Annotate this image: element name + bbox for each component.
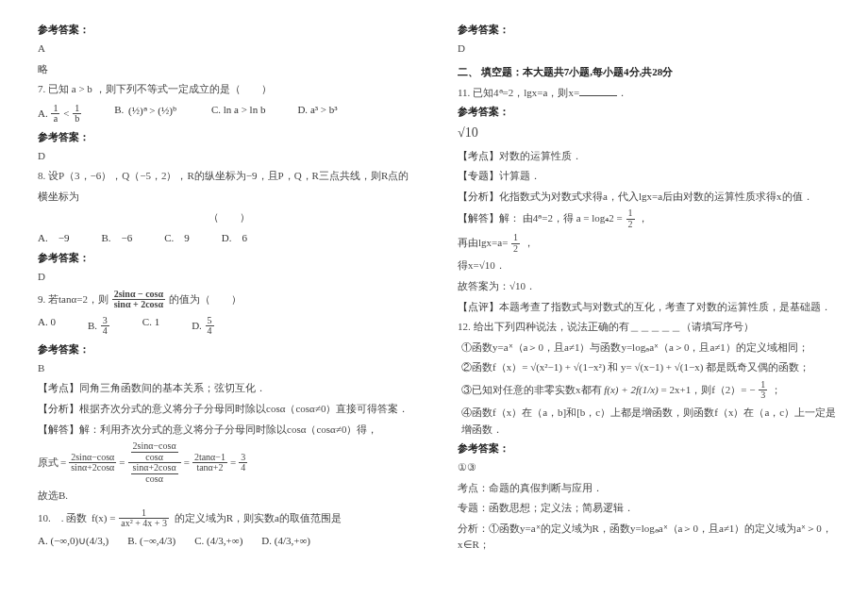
q7-b-expr: (½)ᵃ > (½)ᵇ (128, 105, 177, 117)
left-column: 参考答案： A 略 7. 已知 a > b ，则下列不等式一定成立的是（ ） A… (38, 19, 420, 557)
answer-ref-heading: 参考答案： (38, 251, 420, 265)
nested-frac-den: sinα+2cosα cosα (128, 463, 181, 484)
choice-end: ) (106, 535, 109, 546)
choice-body: (−∞,0)∪(4/3, (50, 535, 105, 546)
frac-den: ax² + 4x + 3 (119, 519, 169, 529)
choice-mid: 4/3 (277, 535, 291, 546)
choice-mid: 4/3 (159, 535, 173, 546)
q10-stem-pre: 10. . 函数 (38, 511, 87, 523)
q10-stem: 10. . 函数 f(x) = 1 ax² + 4x + 3 的定义域为R，则实… (38, 508, 420, 529)
q12-o2-pre: ②函数f（x）= (461, 361, 530, 373)
tag-zhuanti: 【专题】 (458, 170, 499, 181)
tag-zhuanti-plain: 专题： (458, 502, 489, 513)
q12-fenxi-text: ①函数y=aˣ的定义域为R，函数y=logₐaˣ（a＞0，且a≠1）的定义域为a… (458, 523, 832, 551)
q12-o3-expr: f(x) + 2f(1/x) (604, 383, 659, 394)
choice-label: B. (127, 535, 137, 546)
q11-answer: √10 (458, 123, 840, 143)
answer-ref-heading: 参考答案： (458, 105, 840, 119)
q8-answer: D (38, 269, 420, 286)
q8-paren: （ ） (38, 209, 420, 226)
q10-answer: D (458, 41, 840, 58)
q9-stem-post: 的值为（ ） (169, 292, 242, 304)
jie-label: 解： (499, 212, 520, 224)
q9-chain: 原式 = 2sinα−cosα sinα+2cosα = 2sinα−cosα … (38, 441, 420, 484)
q8-choice-a: A. −9 (38, 231, 69, 245)
choice-label: C. (194, 535, 204, 546)
frac-num: 2sinα−cosα (131, 441, 178, 453)
equals-sign: = (119, 455, 125, 472)
q10-stem-post: 的定义域为R，则实数a的取值范围是 (175, 511, 342, 523)
choice-end: ,+∞) (292, 535, 310, 546)
frac-den: sinα+2cosα (69, 463, 116, 473)
tag-kaodian: 【考点】 (38, 382, 79, 393)
frac-den: 2 (626, 220, 635, 230)
q7-d-label: D. (297, 104, 308, 115)
q12-answer: ①③ (458, 459, 840, 476)
q8-choice-b: B. −6 (101, 231, 132, 245)
q6-brief: 略 (38, 61, 420, 78)
q11-dex-text: 得x= (458, 259, 479, 271)
q11-dex: 得x=√10． (458, 257, 840, 274)
q8-choice-c: C. 9 (164, 231, 190, 245)
frac-den: a (51, 114, 59, 124)
q11-zhuanti-text: 计算题． (499, 170, 541, 181)
q11-gudaan: 故答案为：√10． (458, 278, 840, 295)
tag-dianping: 【点评】 (458, 301, 499, 312)
q11-fenxi: 【分析】化指数式为对数式求得a，代入lgx=a后由对数的运算性质求得x的值． (458, 189, 840, 206)
q9-choices: A. 0 B. 34 C. 1 D. 54 (38, 316, 420, 337)
q9-stem: 9. 若tanα=2，则 2sinα − cosα sinα + 2cosα 的… (38, 290, 420, 310)
choice-label: A. (38, 535, 48, 546)
q10-choices: A. (−∞,0)∪(4/3,) B. (−∞,4/3) C. (4/3,+∞)… (38, 535, 420, 547)
q11-jieda: 【解答】解： 由4ᵃ=2，得 a = log₄2 = 12 ， (458, 208, 840, 229)
q9-d-label: D. (192, 319, 202, 330)
period: ． (495, 259, 506, 271)
choice-end: ,+∞) (224, 535, 242, 546)
q9-kaodian-text: 同角三角函数间的基本关系；弦切互化． (79, 382, 266, 393)
equals-sign: = (184, 455, 190, 472)
answer-ref-heading: 参考答案： (38, 130, 420, 144)
q12-kaodian: 考点：命题的真假判断与应用． (458, 480, 840, 497)
q11-jieda-pre: 由4ᵃ=2，得 (523, 212, 574, 224)
q9-stem-pre: 9. 若tanα=2，则 (38, 292, 108, 304)
frac-den: b (73, 114, 81, 124)
choice-body: (−∞, (140, 535, 159, 546)
q12-o2-a: √(x²−1) + √(1−x²) (530, 361, 605, 373)
fill-blank (579, 86, 617, 96)
q8-stem1: 8. 设P（3，−6），Q（−5，2），R的纵坐标为−9，且P，Q，R三点共线，… (38, 168, 420, 185)
frac-den: cosα (131, 453, 178, 463)
q12-zhuanti: 专题：函数思想；定义法；简易逻辑． (458, 500, 840, 517)
q11-dex-val: √10 (479, 259, 495, 271)
q12-option-4: ④函数f（x）在（a，b]和[b，c）上都是增函数，则函数f（x）在（a，c）上… (458, 405, 840, 438)
tag-kaodian: 【考点】 (458, 150, 499, 161)
q11-fenxi-text: 化指数式为对数式求得a，代入lgx=a后由对数的运算性质求得x的值． (499, 191, 813, 202)
tag-kaodian-plain: 考点： (458, 482, 489, 493)
yuanshi-label: 原式 (38, 455, 58, 472)
q9-conclusion: 故选B. (38, 488, 420, 505)
q11-kaodian: 【考点】对数的运算性质． (458, 148, 840, 165)
q12-o3-pre: ③已知对任意的非零实数x都有 (461, 383, 602, 394)
section-2-title: 二、 填空题：本大题共7小题,每小题4分,共28分 (458, 65, 840, 79)
page: 参考答案： A 略 7. 已知 a > b ，则下列不等式一定成立的是（ ） A… (0, 0, 868, 576)
q7-choices: A. 1a < 1b B. (½)ᵃ > (½)ᵇ C. ln a > ln b… (38, 104, 420, 124)
q11-zaiyu-text: 再由lgx=a= (458, 237, 508, 248)
tag-jieda: 【解答】 (38, 423, 79, 435)
tag-fenxi-plain: 分析： (458, 523, 489, 534)
q7-choice-a: A. 1a < 1b (38, 104, 82, 124)
q10-choice-a: A. (−∞,0)∪(4/3,) (38, 535, 108, 547)
q10-choice-d: D. (4/3,+∞) (261, 535, 310, 547)
q9-jieda-pre: 【解答】解：利用齐次分式的意义将分子分母同时除以cosα（cosα≠0）得， (38, 422, 420, 439)
q9-choice-a: A. 0 (38, 316, 56, 337)
equals-sign: = (230, 455, 236, 472)
lt-sign: < (63, 107, 69, 118)
right-column: 参考答案： D 二、 填空题：本大题共7小题,每小题4分,共28分 11. 已知… (458, 19, 840, 557)
choice-end: ) (173, 535, 176, 546)
q12-o3-mid: = 2x+1，则f（2）= − (661, 383, 756, 394)
q8-stem2: 横坐标为 (38, 189, 420, 206)
frac-den: 3 (759, 390, 767, 401)
tag-jieda: 【解答】 (458, 212, 499, 224)
q9-choice-c: C. 1 (142, 316, 159, 337)
equals-sign: = (60, 455, 66, 472)
q12-o2-post: 都是既奇又偶的函数； (706, 361, 810, 373)
choice-label: D. (261, 535, 272, 546)
q12-o2-mid: 和 y= (608, 361, 634, 373)
